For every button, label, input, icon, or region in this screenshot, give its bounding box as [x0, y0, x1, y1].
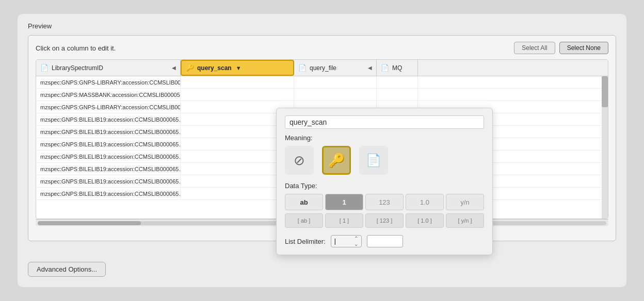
data-type-list-1-button[interactable]: [ 1 ] — [325, 213, 363, 228]
data-type-ab-button[interactable]: ab — [285, 194, 323, 210]
select-none-button[interactable]: Select None — [559, 42, 608, 54]
list-delimiter-label: List Delimiter: — [285, 238, 326, 245]
list-delimiter-value: | — [334, 238, 336, 245]
col-lib-label: LibrarySpectrumID — [52, 64, 103, 72]
cell-lib-6: mzspec:GNPS:BILELIB19:accession:CCMSLIB0… — [36, 150, 181, 162]
mq-doc-icon: 📄 — [381, 64, 389, 72]
right-scrollbar[interactable] — [602, 76, 608, 219]
cell-mq-0 — [377, 76, 418, 88]
select-all-button[interactable]: Select All — [514, 42, 555, 54]
key-icon: 🔑 — [328, 153, 345, 169]
data-type-1-button[interactable]: 1 — [325, 194, 363, 210]
cell-lib-0: mzspec:GNPS:GNPS-LIBRARY:accession:CCMSL… — [36, 76, 181, 88]
inner-panel: Click on a column to edit it. Select All… — [28, 35, 616, 241]
cell-lib-4: mzspec:GNPS:BILELIB19:accession:CCMSLIB0… — [36, 126, 181, 138]
table-row: mzspec:GNPS:GNPS-LIBRARY:accession:CCMSL… — [36, 76, 608, 89]
lib-arrow-icon: ◀ — [172, 65, 176, 71]
cell-mq-1 — [377, 89, 418, 101]
data-type-list-ab-button[interactable]: [ ab ] — [285, 213, 323, 228]
meaning-icons-group: ⊘ 🔑 📄 — [285, 146, 484, 175]
data-type-list-123-button[interactable]: [ 123 ] — [365, 213, 404, 228]
data-type-list-10-button[interactable]: [ 1.0 ] — [406, 213, 444, 228]
col-mq-label: MQ — [392, 64, 402, 72]
cell-lib-5: mzspec:GNPS:BILELIB19:accession:CCMSLIB0… — [36, 138, 181, 150]
doc-icon: 📄 — [366, 153, 381, 168]
meaning-none-button[interactable]: ⊘ — [285, 146, 314, 175]
cell-lib-8: mzspec:GNPS:BILELIB19:accession:CCMSLIB0… — [36, 175, 181, 187]
col-scan-label: query_scan — [197, 64, 232, 72]
cell-scan-0 — [181, 76, 294, 88]
delimiter-chevron-icon: ⌃⌄ — [354, 236, 358, 247]
column-edit-popup: query_scan Meaning: ⊘ 🔑 📄 Data Type: ab … — [276, 108, 493, 255]
col-header-mq[interactable]: 📄 MQ — [377, 60, 418, 76]
col-header-query-scan[interactable]: 🔑 query_scan ▼ — [181, 60, 294, 76]
meaning-key-button[interactable]: 🔑 — [322, 146, 351, 175]
scroll-thumb — [38, 221, 141, 225]
cell-lib-1: mzspec:GNPS:MASSBANK:accession:CCMSLIB00… — [36, 89, 181, 101]
scan-dropdown-arrow: ▼ — [236, 65, 242, 71]
cell-lib-9: mzspec:GNPS:BILELIB19:accession:CCMSLIB0… — [36, 188, 181, 199]
cell-file-0 — [294, 76, 377, 88]
none-icon: ⊘ — [294, 153, 305, 169]
data-type-label: Data Type: — [285, 182, 484, 190]
cell-lib-2: mzspec:GNPS:GNPS-LIBRARY:accession:CCMSL… — [36, 101, 181, 113]
data-type-123-button[interactable]: 123 — [365, 194, 404, 210]
lib-doc-icon: 📄 — [40, 64, 49, 72]
outer-panel: Preview Click on a column to edit it. Se… — [18, 14, 626, 287]
right-scroll-thumb — [602, 76, 608, 107]
col-header-query-file[interactable]: 📄 query_file ◀ — [294, 60, 377, 76]
list-delimiter-select[interactable]: | ⌃⌄ — [331, 235, 362, 247]
data-type-list-yn-button[interactable]: [ y/n ] — [446, 213, 484, 228]
file-doc-icon: 📄 — [298, 64, 307, 72]
list-delimiter-custom-input[interactable] — [367, 235, 403, 247]
table-row: mzspec:GNPS:MASSBANK:accession:CCMSLIB00… — [36, 89, 608, 101]
data-type-yn-button[interactable]: y/n — [446, 194, 484, 210]
cell-lib-7: mzspec:GNPS:BILELIB19:accession:CCMSLIB0… — [36, 163, 181, 175]
advanced-options-button[interactable]: Advanced Options... — [28, 262, 106, 277]
preview-title: Preview — [28, 22, 616, 30]
cell-file-1 — [294, 89, 377, 101]
col-header-lib[interactable]: 📄 LibrarySpectrumID ◀ — [36, 60, 181, 76]
file-arrow-icon: ◀ — [368, 65, 372, 71]
meaning-label: Meaning: — [285, 134, 484, 142]
table-header: 📄 LibrarySpectrumID ◀ 🔑 query_scan ▼ 📄 q… — [36, 60, 608, 76]
data-type-row: ab 1 123 1.0 y/n — [285, 194, 484, 210]
scan-key-icon: 🔑 — [186, 64, 194, 72]
popup-field-name: query_scan — [285, 115, 484, 129]
btn-group: Select All Select None — [514, 42, 608, 54]
data-type-list-row: [ ab ] [ 1 ] [ 123 ] [ 1.0 ] [ y/n ] — [285, 213, 484, 228]
cell-scan-1 — [181, 89, 294, 101]
cell-lib-3: mzspec:GNPS:BILELIB19:accession:CCMSLIB0… — [36, 113, 181, 125]
col-file-label: query_file — [310, 64, 336, 72]
click-hint: Click on a column to edit it. — [36, 44, 116, 52]
list-delimiter-row: List Delimiter: | ⌃⌄ — [285, 235, 484, 247]
data-type-10-button[interactable]: 1.0 — [406, 194, 444, 210]
top-bar: Click on a column to edit it. Select All… — [36, 42, 608, 54]
meaning-doc-button[interactable]: 📄 — [359, 146, 388, 175]
